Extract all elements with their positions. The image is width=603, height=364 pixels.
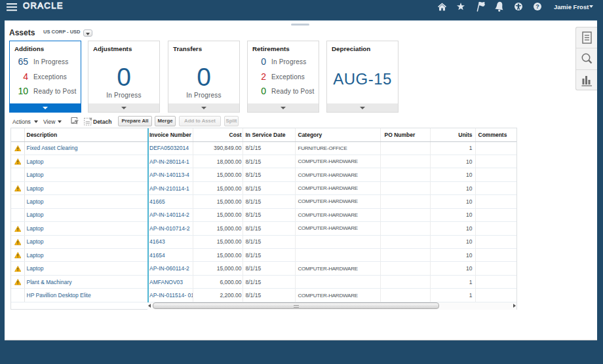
svg-text:ORACLE: ORACLE <box>23 1 64 10</box>
svg-text:?: ? <box>535 3 539 10</box>
